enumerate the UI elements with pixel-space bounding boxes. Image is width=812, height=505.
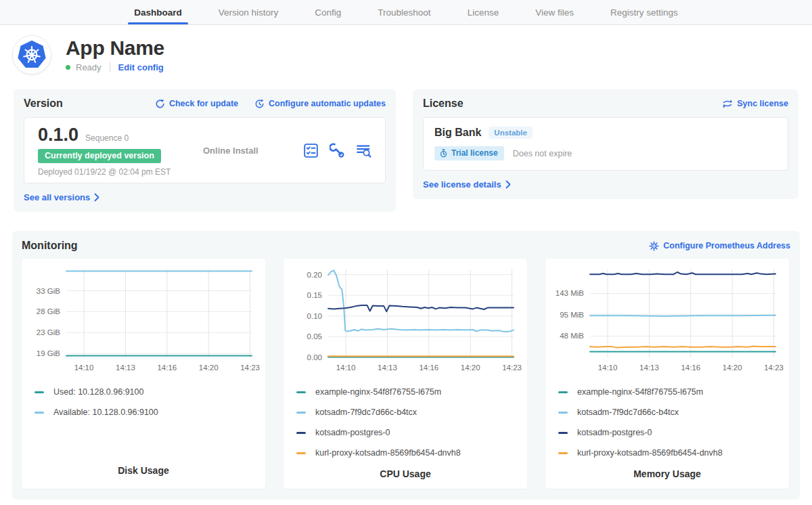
svg-text:14:13: 14:13 xyxy=(378,364,397,372)
install-type-label: Online Install xyxy=(194,146,303,156)
tab-view-files[interactable]: View files xyxy=(517,0,592,24)
see-all-versions-link[interactable]: See all versions xyxy=(24,192,99,202)
legend-item: kotsadm-postgres-0 xyxy=(558,428,782,437)
currently-deployed-badge: Currently deployed version xyxy=(38,149,161,163)
svg-text:14:13: 14:13 xyxy=(116,364,135,372)
chevron-right-icon xyxy=(94,193,99,202)
legend-dash-icon xyxy=(296,432,306,434)
svg-text:95 MiB: 95 MiB xyxy=(560,311,584,319)
legend-dash-icon xyxy=(296,391,306,393)
svg-text:0.15: 0.15 xyxy=(307,291,322,299)
license-panel: License Sync license Big Bank Unstable T… xyxy=(413,89,798,199)
configure-prometheus-link[interactable]: Configure Prometheus Address xyxy=(649,241,790,251)
svg-text:14:20: 14:20 xyxy=(199,364,219,372)
page-title: App Name xyxy=(66,37,164,59)
legend-label: example-nginx-54f8f76755-l675m xyxy=(577,387,703,397)
svg-text:0.05: 0.05 xyxy=(307,332,322,341)
license-customer-name: Big Bank xyxy=(434,127,481,139)
edit-config-link[interactable]: Edit config xyxy=(118,62,164,72)
legend-item: kurl-proxy-kotsadm-8569fb6454-dnvh8 xyxy=(558,448,782,458)
svg-text:28 GiB: 28 GiB xyxy=(37,307,60,315)
version-number: 0.1.0 xyxy=(38,125,78,146)
svg-text:14:16: 14:16 xyxy=(681,364,700,372)
legend-item: Available: 10.128.0.96:9100 xyxy=(35,408,258,417)
sync-arrows-icon xyxy=(722,99,733,109)
legend-dash-icon xyxy=(558,432,568,434)
legend-dash-icon xyxy=(296,412,306,414)
legend-item: example-nginx-54f8f76755-l675m xyxy=(558,387,782,397)
svg-text:23 GiB: 23 GiB xyxy=(37,328,60,336)
view-diff-icon[interactable] xyxy=(356,143,371,158)
app-icon xyxy=(12,35,51,74)
tab-troubleshoot[interactable]: Troubleshoot xyxy=(359,0,449,24)
svg-text:14:23: 14:23 xyxy=(764,364,784,372)
channel-badge: Unstable xyxy=(489,127,533,139)
version-sequence: Sequence 0 xyxy=(85,133,129,143)
legend-label: kotsadm-7f9dc7d66c-b4tcx xyxy=(315,408,417,417)
gear-icon xyxy=(649,241,659,251)
tab-registry-settings[interactable]: Registry settings xyxy=(592,0,696,24)
legend-label: kotsadm-postgres-0 xyxy=(577,428,652,437)
svg-text:14:20: 14:20 xyxy=(461,364,480,372)
version-panel: Version Check for update Configure autom… xyxy=(14,89,396,212)
legend-item: kotsadm-7f9dc7d66c-b4tcx xyxy=(296,408,520,417)
cpu-usage-plot: 0.000.050.100.150.2014:1014:1314:1614:20… xyxy=(284,267,527,382)
preflight-checks-icon[interactable] xyxy=(303,143,319,158)
current-version-card: 0.1.0 Sequence 0 Currently deployed vers… xyxy=(24,117,386,183)
legend-dash-icon xyxy=(558,412,568,414)
svg-text:0.10: 0.10 xyxy=(307,312,322,320)
refresh-icon xyxy=(155,99,165,109)
sync-license-link[interactable]: Sync license xyxy=(722,99,788,109)
svg-text:14:20: 14:20 xyxy=(723,364,742,372)
see-license-details-link[interactable]: See license details xyxy=(423,179,511,190)
monitoring-title: Monitoring xyxy=(22,240,78,252)
tab-version-history[interactable]: Version history xyxy=(200,0,297,24)
svg-text:48 MiB: 48 MiB xyxy=(560,332,584,340)
configure-automatic-updates-link[interactable]: Configure automatic updates xyxy=(254,99,386,109)
check-for-update-link[interactable]: Check for update xyxy=(155,99,238,109)
legend-dash-icon xyxy=(558,452,568,454)
license-card: Big Bank Unstable Trial license Does not… xyxy=(423,117,788,171)
svg-text:14:10: 14:10 xyxy=(336,364,356,372)
memory-usage-plot: 48 MiB95 MiB143 MiB14:1014:1314:1614:201… xyxy=(545,267,789,382)
kubernetes-logo-icon xyxy=(16,39,47,70)
svg-text:33 GiB: 33 GiB xyxy=(37,287,60,295)
legend-dash-icon xyxy=(35,391,44,393)
legend-label: Available: 10.128.0.96:9100 xyxy=(53,408,158,417)
legend-item: kotsadm-postgres-0 xyxy=(296,428,520,437)
svg-text:143 MiB: 143 MiB xyxy=(556,289,585,297)
legend-label: kotsadm-postgres-0 xyxy=(315,428,390,437)
legend-item: Used: 10.128.0.96:9100 xyxy=(35,387,258,397)
tab-dashboard[interactable]: Dashboard xyxy=(116,0,200,24)
chart-legend: example-nginx-54f8f76755-l675mkotsadm-7f… xyxy=(545,382,789,468)
disk-usage-card: 19 GiB23 GiB28 GiB33 GiB14:1014:1314:161… xyxy=(22,259,265,489)
trial-license-badge: Trial license xyxy=(434,146,504,160)
tab-license[interactable]: License xyxy=(449,0,518,24)
license-panel-title: License xyxy=(423,97,464,110)
legend-label: kurl-proxy-kotsadm-8569fb6454-dnvh8 xyxy=(577,448,723,458)
legend-dash-icon xyxy=(558,391,568,393)
app-header: App Name Ready Edit config xyxy=(0,25,812,79)
license-expiry: Does not expire xyxy=(513,149,572,158)
disk-usage-plot: 19 GiB23 GiB28 GiB33 GiB14:1014:1314:161… xyxy=(22,267,265,382)
svg-text:14:10: 14:10 xyxy=(598,364,618,372)
chart-legend: example-nginx-54f8f76755-l675mkotsadm-7f… xyxy=(284,382,527,468)
chart-legend: Used: 10.128.0.96:9100Available: 10.128.… xyxy=(22,382,265,465)
edit-config-wrench-icon[interactable] xyxy=(330,143,345,158)
tab-config[interactable]: Config xyxy=(296,0,359,24)
stopwatch-icon xyxy=(439,149,448,158)
legend-label: example-nginx-54f8f76755-l675m xyxy=(315,387,441,397)
legend-dash-icon xyxy=(296,452,306,454)
cpu-usage-card: 0.000.050.100.150.2014:1014:1314:1614:20… xyxy=(284,259,527,489)
deployed-timestamp: Deployed 01/19/22 @ 02:04 pm EST xyxy=(38,167,194,177)
charts-row: 19 GiB23 GiB28 GiB33 GiB14:1014:1314:161… xyxy=(22,259,790,489)
monitoring-panel: Monitoring Configure Prometheus Address … xyxy=(12,231,800,500)
cards-row: Version Check for update Configure autom… xyxy=(0,89,812,212)
chart-title: Memory Usage xyxy=(545,468,789,492)
chevron-right-icon xyxy=(505,180,511,189)
legend-item: kotsadm-7f9dc7d66c-b4tcx xyxy=(558,408,782,417)
legend-item: kurl-proxy-kotsadm-8569fb6454-dnvh8 xyxy=(296,448,520,458)
svg-text:14:10: 14:10 xyxy=(74,364,94,372)
version-panel-title: Version xyxy=(24,97,63,110)
clock-refresh-icon xyxy=(254,99,265,109)
